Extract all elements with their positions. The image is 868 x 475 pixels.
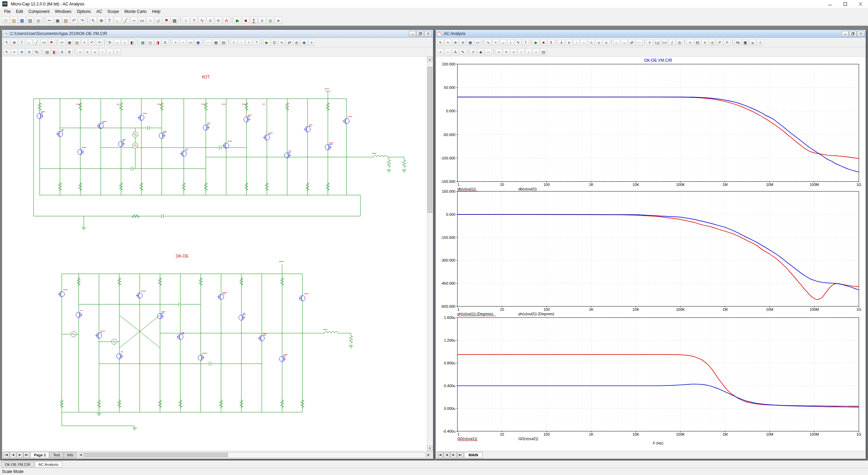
stop2-icon[interactable]: ■: [540, 39, 547, 46]
sweep-icon[interactable]: ⇄: [286, 39, 293, 46]
watch-icon[interactable]: ◎: [267, 17, 274, 24]
al-bottom-icon[interactable]: ↓: [525, 49, 532, 55]
menu-scope[interactable]: Scope: [105, 8, 122, 15]
file-tab-1[interactable]: AC Analysis: [35, 461, 62, 468]
rotate-icon[interactable]: ↻: [106, 39, 113, 46]
cursor-mode-icon[interactable]: +: [492, 39, 499, 46]
select-mode-icon[interactable]: ↖: [90, 17, 97, 24]
pattern-icon[interactable]: ▨: [44, 49, 51, 55]
fft-icon[interactable]: ∫: [669, 39, 675, 46]
scale-select-icon[interactable]: %: [33, 49, 40, 55]
schematic-canvas[interactable]: КОТ ОК-ОБ ▲ ▼: [2, 57, 433, 451]
flip-v-icon[interactable]: ↕: [121, 39, 128, 46]
pan-icon[interactable]: +: [11, 49, 18, 55]
node-number-icon[interactable]: #: [206, 17, 214, 24]
schematic-drawing[interactable]: КОТ ОК-ОБ: [2, 57, 428, 451]
add-trace-icon[interactable]: +: [437, 49, 444, 55]
scroll-left-button[interactable]: ◀: [78, 452, 83, 458]
font-icon[interactable]: A: [162, 39, 169, 46]
picture-tool-icon[interactable]: ▩: [171, 17, 178, 24]
border-icon[interactable]: ▦: [213, 39, 219, 46]
mirror-icon[interactable]: ◧: [129, 39, 136, 46]
analysis-close-button[interactable]: [857, 31, 864, 37]
web-icon[interactable]: ●: [275, 17, 282, 24]
clip-cut-icon[interactable]: ✂: [59, 39, 65, 46]
tag-icon[interactable]: ✎: [515, 39, 521, 46]
inflection-icon[interactable]: ∿: [588, 39, 595, 46]
vertical-scroll-thumb[interactable]: [428, 67, 432, 213]
clip-copy-icon[interactable]: ▣: [66, 39, 73, 46]
data-points-icon[interactable]: ⋯: [636, 39, 643, 46]
analysis-titlebar[interactable]: AC Analysis: [436, 30, 866, 38]
line-tool-icon[interactable]: ─: [130, 17, 138, 24]
info-icon[interactable]: i: [245, 39, 252, 46]
measure-v-icon[interactable]: ↕: [507, 39, 514, 46]
measure-h-icon[interactable]: ↔: [500, 39, 507, 46]
ac-zoom-in-icon[interactable]: ⊕: [452, 39, 459, 46]
text-icon[interactable]: T: [18, 39, 25, 46]
align-top-icon[interactable]: ↑: [99, 49, 106, 55]
go-left-icon[interactable]: ←: [613, 39, 620, 46]
flip-h-icon[interactable]: ↔: [114, 39, 121, 46]
plot-frame-phase[interactable]: [457, 191, 859, 306]
cut-icon[interactable]: ✂: [46, 17, 53, 24]
grid-text-icon[interactable]: ≡: [215, 17, 222, 24]
close-button[interactable]: [853, 0, 868, 8]
grid-icon[interactable]: ⋯: [205, 39, 212, 46]
dynamic-ac-icon[interactable]: ∿: [278, 39, 285, 46]
search-icon[interactable]: ◉: [301, 39, 308, 46]
graphics-icon[interactable]: ▭: [41, 39, 47, 46]
settings-icon[interactable]: ≡: [308, 39, 315, 46]
watch2-icon[interactable]: ◎: [709, 39, 716, 46]
cursor-icon[interactable]: ↖: [3, 49, 10, 55]
baseline-icon[interactable]: ─: [485, 49, 492, 55]
go-right-icon[interactable]: →: [621, 39, 628, 46]
al-top-icon[interactable]: ↑: [518, 49, 525, 55]
enable-region-icon[interactable]: ▩: [139, 39, 146, 46]
schematic-titlebar[interactable]: C:\Users\User\Documents\Аура 2019\ОК-ОБ …: [2, 30, 433, 38]
first-page-button[interactable]: |◀: [437, 452, 443, 458]
scroll-right-button[interactable]: ▶: [426, 452, 431, 458]
undo2-icon[interactable]: ↶: [88, 39, 95, 46]
font2-icon[interactable]: A: [59, 49, 65, 55]
flag-icon[interactable]: ⚑: [48, 39, 55, 46]
log-scale-icon[interactable]: Lg: [654, 39, 660, 46]
open-file-icon[interactable]: ▨: [10, 17, 18, 24]
scroll-up-button[interactable]: ▲: [427, 57, 433, 62]
stepping-icon[interactable]: ±: [702, 39, 708, 46]
al-center-icon[interactable]: ≡: [503, 49, 510, 55]
child-minimize-button[interactable]: [409, 31, 416, 37]
prev-page-button[interactable]: ◀: [10, 452, 16, 458]
polygon-tool-icon[interactable]: ◇: [155, 17, 162, 24]
scope-select-icon[interactable]: ∿: [485, 39, 492, 46]
label-icon[interactable]: A: [452, 49, 459, 55]
numeric-output-icon[interactable]: №: [734, 39, 741, 46]
child-close-button[interactable]: [425, 31, 432, 37]
save-icon[interactable]: ▦: [18, 17, 26, 24]
menu-monte-carlo[interactable]: Monte Carlo: [122, 8, 149, 15]
redo-icon[interactable]: ↷: [78, 17, 86, 24]
bode-plots[interactable]: ОК-ОБ УМ.CIR100.00050.0000.000-50.000-10…: [436, 57, 865, 451]
zoom-out-icon[interactable]: −: [180, 39, 186, 46]
analysis-restore-button[interactable]: [849, 31, 856, 37]
info-mode-icon[interactable]: i: [182, 17, 190, 24]
text2-icon[interactable]: T: [522, 39, 529, 46]
clip-paste-icon[interactable]: ▧: [74, 39, 80, 46]
fkey-icon[interactable]: F: [724, 39, 731, 46]
high-icon[interactable]: ↑: [573, 39, 580, 46]
tab-main[interactable]: MAIN: [464, 452, 482, 458]
smith-icon[interactable]: ◎: [676, 39, 683, 46]
space-evenly-icon[interactable]: ↕: [533, 49, 539, 55]
pkey-icon[interactable]: P: [716, 39, 723, 46]
prev-page-button[interactable]: ◀: [443, 452, 450, 458]
run-analysis-icon[interactable]: ▶: [263, 39, 270, 46]
fit-page-icon[interactable]: ▣: [195, 39, 201, 46]
next-branch-icon[interactable]: ⇄: [628, 39, 635, 46]
last-page-button[interactable]: ▶|: [457, 452, 463, 458]
ac-select-icon[interactable]: ↖: [437, 39, 444, 46]
peak-icon[interactable]: ∧: [558, 39, 565, 46]
find-icon[interactable]: ◎: [35, 17, 42, 24]
al-right-icon[interactable]: »: [510, 49, 517, 55]
diagonal-wire-icon[interactable]: ╱: [122, 17, 130, 24]
file-tab-0[interactable]: ОК-ОБ УМ.CIR: [1, 461, 34, 468]
